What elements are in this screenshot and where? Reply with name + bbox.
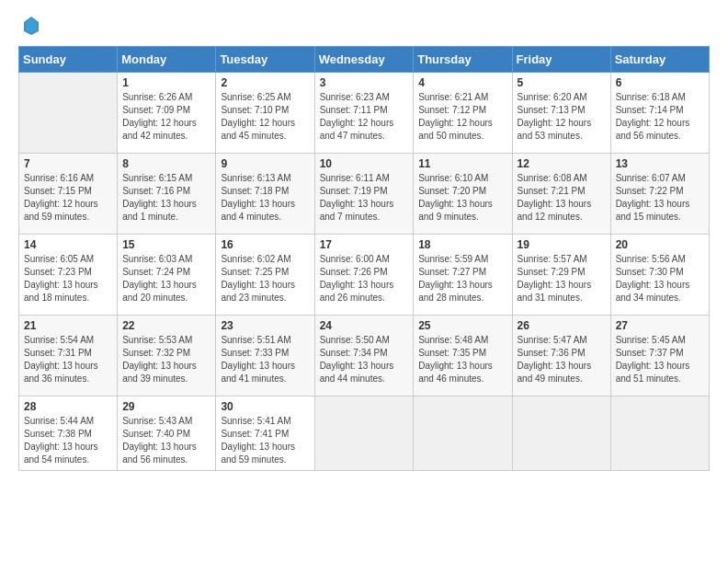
day-number: 16 <box>221 238 309 251</box>
weekday-header-friday: Friday <box>512 47 610 73</box>
day-info: Sunrise: 6:02 AMSunset: 7:25 PMDaylight:… <box>221 253 309 304</box>
day-info: Sunrise: 5:44 AMSunset: 7:38 PMDaylight:… <box>24 415 112 466</box>
day-info: Sunrise: 6:08 AMSunset: 7:21 PMDaylight:… <box>518 172 606 224</box>
calendar-cell <box>314 396 414 471</box>
day-number: 23 <box>221 319 309 332</box>
day-number: 19 <box>518 238 606 251</box>
day-info: Sunrise: 5:54 AMSunset: 7:31 PMDaylight:… <box>24 334 112 385</box>
calendar-cell: 2Sunrise: 6:25 AMSunset: 7:10 PMDaylight… <box>216 73 314 154</box>
page-container: SundayMondayTuesdayWednesdayThursdayFrid… <box>0 0 728 480</box>
day-info: Sunrise: 6:25 AMSunset: 7:10 PMDaylight:… <box>221 91 309 143</box>
day-info: Sunrise: 5:47 AMSunset: 7:36 PMDaylight:… <box>518 334 606 385</box>
day-number: 27 <box>616 319 704 332</box>
calendar-cell: 26Sunrise: 5:47 AMSunset: 7:36 PMDayligh… <box>512 316 610 396</box>
calendar-cell <box>512 396 610 471</box>
calendar-cell: 16Sunrise: 6:02 AMSunset: 7:25 PMDayligh… <box>216 235 314 316</box>
day-info: Sunrise: 6:11 AMSunset: 7:19 PMDaylight:… <box>320 172 409 224</box>
day-info: Sunrise: 5:48 AMSunset: 7:35 PMDaylight:… <box>418 334 506 385</box>
weekday-header-monday: Monday <box>118 47 216 73</box>
day-info: Sunrise: 6:15 AMSunset: 7:16 PMDaylight:… <box>122 172 210 224</box>
day-number: 4 <box>418 76 506 89</box>
day-info: Sunrise: 5:51 AMSunset: 7:33 PMDaylight:… <box>221 334 309 385</box>
day-number: 9 <box>221 157 309 170</box>
day-info: Sunrise: 5:59 AMSunset: 7:27 PMDaylight:… <box>418 253 506 304</box>
weekday-header-tuesday: Tuesday <box>216 47 314 73</box>
day-info: Sunrise: 6:20 AMSunset: 7:13 PMDaylight:… <box>518 91 606 143</box>
day-info: Sunrise: 6:16 AMSunset: 7:15 PMDaylight:… <box>24 172 112 224</box>
calendar-week-5: 28Sunrise: 5:44 AMSunset: 7:38 PMDayligh… <box>19 396 710 471</box>
day-info: Sunrise: 6:00 AMSunset: 7:26 PMDaylight:… <box>320 253 409 304</box>
day-info: Sunrise: 5:41 AMSunset: 7:41 PMDaylight:… <box>221 415 309 466</box>
day-number: 20 <box>616 238 704 251</box>
day-number: 10 <box>320 157 409 170</box>
calendar-week-3: 14Sunrise: 6:05 AMSunset: 7:23 PMDayligh… <box>19 235 710 316</box>
calendar-cell: 25Sunrise: 5:48 AMSunset: 7:35 PMDayligh… <box>414 316 512 396</box>
day-info: Sunrise: 6:05 AMSunset: 7:23 PMDaylight:… <box>24 253 112 304</box>
calendar-cell: 6Sunrise: 6:18 AMSunset: 7:14 PMDaylight… <box>610 73 709 154</box>
day-info: Sunrise: 5:43 AMSunset: 7:40 PMDaylight:… <box>122 415 210 466</box>
calendar-cell <box>610 396 709 471</box>
calendar-week-1: 1Sunrise: 6:26 AMSunset: 7:09 PMDaylight… <box>19 73 710 154</box>
day-number: 6 <box>616 76 704 89</box>
day-number: 26 <box>518 319 606 332</box>
calendar-cell: 17Sunrise: 6:00 AMSunset: 7:26 PMDayligh… <box>314 235 414 316</box>
day-number: 28 <box>24 400 112 413</box>
calendar-cell: 21Sunrise: 5:54 AMSunset: 7:31 PMDayligh… <box>19 316 118 396</box>
day-number: 7 <box>24 157 112 170</box>
day-info: Sunrise: 5:50 AMSunset: 7:34 PMDaylight:… <box>320 334 409 385</box>
day-number: 5 <box>518 76 606 89</box>
day-info: Sunrise: 6:26 AMSunset: 7:09 PMDaylight:… <box>122 91 210 143</box>
calendar-cell: 28Sunrise: 5:44 AMSunset: 7:38 PMDayligh… <box>19 396 118 471</box>
day-number: 21 <box>24 319 112 332</box>
calendar-cell: 12Sunrise: 6:08 AMSunset: 7:21 PMDayligh… <box>512 154 610 235</box>
day-number: 8 <box>122 157 210 170</box>
day-info: Sunrise: 5:45 AMSunset: 7:37 PMDaylight:… <box>616 334 704 385</box>
calendar-cell: 7Sunrise: 6:16 AMSunset: 7:15 PMDaylight… <box>19 154 118 235</box>
calendar-cell: 1Sunrise: 6:26 AMSunset: 7:09 PMDaylight… <box>118 73 216 154</box>
day-info: Sunrise: 6:21 AMSunset: 7:12 PMDaylight:… <box>418 91 506 143</box>
weekday-header-wednesday: Wednesday <box>314 47 414 73</box>
weekday-header-thursday: Thursday <box>414 47 512 73</box>
day-number: 24 <box>320 319 409 332</box>
day-info: Sunrise: 5:56 AMSunset: 7:30 PMDaylight:… <box>616 253 704 304</box>
day-number: 29 <box>122 400 210 413</box>
calendar-cell: 22Sunrise: 5:53 AMSunset: 7:32 PMDayligh… <box>118 316 216 396</box>
logo <box>18 15 42 37</box>
header <box>18 15 710 37</box>
calendar-cell: 20Sunrise: 5:56 AMSunset: 7:30 PMDayligh… <box>610 235 709 316</box>
day-number: 11 <box>418 157 506 170</box>
weekday-header-saturday: Saturday <box>610 47 709 73</box>
calendar-cell <box>19 73 118 154</box>
calendar: SundayMondayTuesdayWednesdayThursdayFrid… <box>18 46 710 471</box>
calendar-week-2: 7Sunrise: 6:16 AMSunset: 7:15 PMDaylight… <box>19 154 710 235</box>
day-number: 30 <box>221 400 309 413</box>
day-info: Sunrise: 6:07 AMSunset: 7:22 PMDaylight:… <box>616 172 704 224</box>
logo-icon <box>20 15 42 37</box>
day-number: 17 <box>320 238 409 251</box>
calendar-cell: 3Sunrise: 6:23 AMSunset: 7:11 PMDaylight… <box>314 73 414 154</box>
calendar-cell: 13Sunrise: 6:07 AMSunset: 7:22 PMDayligh… <box>610 154 709 235</box>
calendar-cell: 4Sunrise: 6:21 AMSunset: 7:12 PMDaylight… <box>414 73 512 154</box>
day-info: Sunrise: 6:10 AMSunset: 7:20 PMDaylight:… <box>418 172 506 224</box>
calendar-cell: 24Sunrise: 5:50 AMSunset: 7:34 PMDayligh… <box>314 316 414 396</box>
calendar-cell: 30Sunrise: 5:41 AMSunset: 7:41 PMDayligh… <box>216 396 314 471</box>
calendar-cell: 18Sunrise: 5:59 AMSunset: 7:27 PMDayligh… <box>414 235 512 316</box>
logo-text <box>18 15 42 37</box>
calendar-week-4: 21Sunrise: 5:54 AMSunset: 7:31 PMDayligh… <box>19 316 710 396</box>
calendar-cell: 19Sunrise: 5:57 AMSunset: 7:29 PMDayligh… <box>512 235 610 316</box>
day-number: 13 <box>616 157 704 170</box>
weekday-header-sunday: Sunday <box>19 47 118 73</box>
calendar-cell <box>414 396 512 471</box>
day-number: 2 <box>221 76 309 89</box>
day-info: Sunrise: 6:03 AMSunset: 7:24 PMDaylight:… <box>122 253 210 304</box>
calendar-cell: 9Sunrise: 6:13 AMSunset: 7:18 PMDaylight… <box>216 154 314 235</box>
day-info: Sunrise: 6:18 AMSunset: 7:14 PMDaylight:… <box>616 91 704 143</box>
day-number: 18 <box>418 238 506 251</box>
day-number: 22 <box>122 319 210 332</box>
calendar-cell: 29Sunrise: 5:43 AMSunset: 7:40 PMDayligh… <box>118 396 216 471</box>
day-number: 25 <box>418 319 506 332</box>
day-number: 14 <box>24 238 112 251</box>
day-number: 3 <box>320 76 409 89</box>
calendar-cell: 23Sunrise: 5:51 AMSunset: 7:33 PMDayligh… <box>216 316 314 396</box>
day-info: Sunrise: 6:13 AMSunset: 7:18 PMDaylight:… <box>221 172 309 224</box>
